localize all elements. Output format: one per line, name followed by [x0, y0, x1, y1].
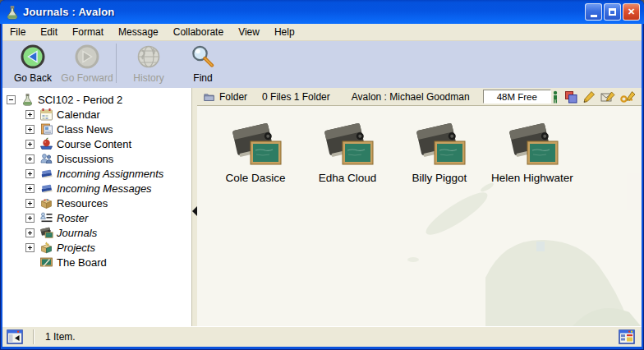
tree-item-label: Discussions — [57, 153, 113, 165]
window-body: SCI102 - Period 2 Calendar Class News Co… — [2, 88, 642, 327]
tree-item-label: Roster — [57, 212, 88, 224]
journal-book-icon — [228, 119, 283, 167]
maximize-button[interactable] — [604, 3, 621, 21]
menu-bar: File Edit Format Message Collaborate Vie… — [2, 24, 642, 41]
tree-item-label: The Board — [57, 256, 107, 269]
menu-message[interactable]: Message — [111, 25, 166, 39]
menu-file[interactable]: File — [2, 25, 33, 39]
pencil-icon[interactable] — [582, 90, 596, 104]
go-forward-label: Go Forward — [61, 72, 113, 84]
person-icon[interactable] — [551, 90, 559, 104]
news-icon — [39, 122, 53, 136]
expand-toggle-icon[interactable] — [25, 228, 34, 237]
close-button[interactable]: ✕ — [623, 3, 640, 21]
history-button[interactable]: History — [122, 41, 176, 85]
tree-item-the-board[interactable]: The Board — [2, 255, 191, 269]
tree-item-course-root[interactable]: SCI102 - Period 2 — [2, 92, 191, 107]
tree-item-label: Resources — [57, 197, 108, 210]
find-button[interactable]: Find — [176, 41, 230, 85]
go-forward-button[interactable]: Go Forward — [60, 41, 114, 85]
app-window: Journals : Avalon ✕ File Edit Format Mes… — [0, 0, 644, 350]
tree-item-label: Course Content — [57, 138, 131, 150]
menu-collaborate[interactable]: Collaborate — [166, 25, 231, 39]
layout-view-icon[interactable] — [619, 329, 635, 344]
folder-icon — [204, 91, 214, 103]
title-bar[interactable]: Journals : Avalon ✕ — [0, 0, 644, 24]
status-bar: 1 Item. — [2, 326, 642, 347]
journal-label: Helen Highwater — [491, 172, 573, 184]
tree-item-discussions[interactable]: Discussions — [2, 151, 191, 166]
window-title: Journals : Avalon — [23, 6, 115, 18]
back-arrow-icon — [20, 44, 46, 70]
forward-arrow-icon — [74, 44, 100, 70]
folder-info-bar: Folder 0 Files 1 Folder Avalon : Michael… — [197, 88, 642, 106]
status-separator — [33, 329, 34, 344]
history-label: History — [133, 72, 163, 84]
key-pencil-icon[interactable] — [620, 90, 637, 104]
flask-icon — [21, 93, 34, 106]
expand-toggle-icon[interactable] — [25, 199, 34, 208]
journal-item-cole-dasice[interactable]: Cole Dasice — [215, 119, 296, 184]
tree-item-incoming-assignments[interactable]: Incoming Assignments — [2, 166, 191, 181]
expand-toggle-icon[interactable] — [25, 169, 34, 178]
journal-label: Edha Cloud — [319, 172, 377, 184]
minimize-button[interactable] — [585, 3, 602, 21]
tree-item-journals[interactable]: Journals — [2, 225, 191, 240]
magnifier-icon — [190, 44, 216, 70]
expand-toggle-icon[interactable] — [25, 243, 34, 252]
tree-item-label: Calendar — [57, 108, 100, 121]
expand-toggle-icon[interactable] — [25, 140, 34, 149]
people-icon — [39, 152, 53, 165]
menu-help[interactable]: Help — [267, 25, 302, 39]
maximize-icon — [609, 8, 616, 16]
menu-format[interactable]: Format — [65, 25, 111, 39]
folder-type-label: Folder — [219, 91, 247, 103]
toggle-left-pane-icon[interactable] — [7, 329, 23, 344]
projects-icon — [39, 241, 53, 254]
books-icon — [39, 182, 53, 195]
tree-item-label: Journals — [57, 227, 97, 239]
course-tree-pane: SCI102 - Period 2 Calendar Class News Co… — [2, 88, 191, 327]
journal-label: Billy Piggot — [412, 172, 467, 184]
journal-book-icon — [505, 119, 559, 167]
tree-item-roster[interactable]: Roster — [2, 210, 191, 225]
mail-compose-icon[interactable] — [600, 90, 615, 104]
journal-item-helen-highwater[interactable]: Helen Highwater — [491, 119, 573, 184]
expand-toggle-icon[interactable] — [25, 214, 34, 223]
journal-book-icon — [320, 119, 375, 167]
go-back-button[interactable]: Go Back — [6, 41, 60, 85]
tree-item-label: SCI102 - Period 2 — [38, 94, 122, 106]
expand-toggle-icon[interactable] — [25, 154, 34, 163]
tree-item-resources[interactable]: Resources — [2, 196, 191, 210]
menu-view[interactable]: View — [231, 25, 267, 39]
collapse-toggle-icon[interactable] — [7, 95, 16, 104]
tree-item-class-news[interactable]: Class News — [2, 122, 191, 136]
expand-toggle-icon[interactable] — [25, 110, 34, 119]
tree-item-incoming-messages[interactable]: Incoming Messages — [2, 181, 191, 196]
close-icon: ✕ — [628, 7, 635, 17]
roster-icon — [39, 211, 53, 224]
journal-icon-grid: Cole Dasice Edha Cloud Billy Piggot Hele… — [197, 106, 642, 184]
toolbar-separator — [116, 44, 117, 83]
tree-item-calendar[interactable]: Calendar — [2, 107, 191, 122]
journal-item-edha-cloud[interactable]: Edha Cloud — [307, 119, 388, 184]
layers-icon[interactable] — [564, 90, 577, 104]
app-flask-icon — [5, 5, 20, 20]
go-back-label: Go Back — [14, 72, 52, 84]
status-text: 1 Item. — [45, 331, 76, 343]
menu-edit[interactable]: Edit — [33, 25, 65, 39]
chalkboard-icon — [39, 256, 53, 269]
folder-owner: Avalon : Michael Goodman — [352, 91, 470, 103]
calendar-icon — [39, 108, 53, 121]
minimize-icon — [591, 15, 597, 17]
tree-item-course-content[interactable]: Course Content — [2, 136, 191, 151]
folder-content-pane: Folder 0 Files 1 Folder Avalon : Michael… — [197, 88, 642, 327]
expand-toggle-icon[interactable] — [25, 125, 34, 134]
tree-item-label: Class News — [57, 123, 113, 136]
expand-toggle-icon[interactable] — [25, 184, 34, 193]
journal-item-billy-piggot[interactable]: Billy Piggot — [399, 119, 480, 184]
tree-item-projects[interactable]: Projects — [2, 240, 191, 255]
journal-book-icon — [412, 119, 467, 167]
map-watermark — [362, 163, 642, 327]
tree-item-label: Incoming Messages — [57, 182, 152, 195]
